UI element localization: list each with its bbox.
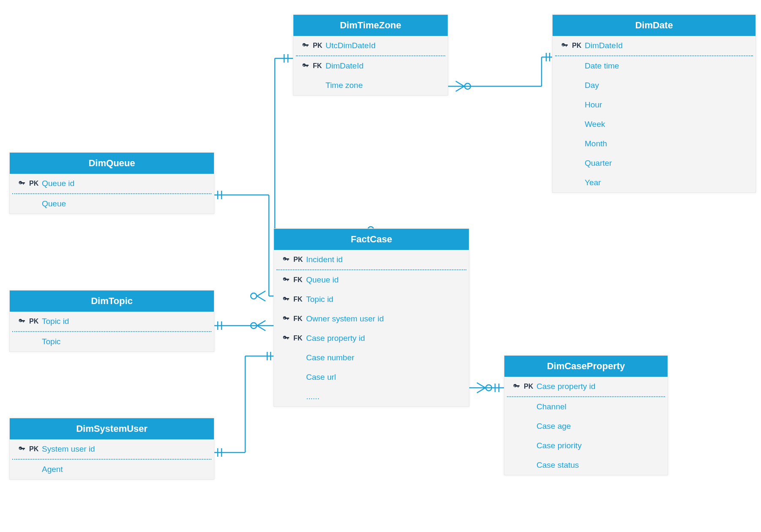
field-label: ...... [306,392,461,401]
field-label: Case property id [537,382,660,391]
field-label: Queue id [306,275,461,285]
field-row: Case status [504,455,668,475]
key-icon [17,180,27,187]
field-label: Case url [306,373,461,382]
key-icon [282,276,291,284]
entity-header: DimCaseProperty [504,356,668,377]
field-row: Hour [553,95,756,115]
field-row: FKOwner system user id [274,309,469,329]
field-label: Queue [42,199,206,208]
key-tag: PK [524,383,537,390]
key-tag: PK [313,42,326,49]
key-tag: FK [293,296,306,303]
svg-point-5 [251,293,257,299]
field-label: Owner system user id [306,314,461,324]
field-row: PKCase property id [504,377,668,396]
field-label: Topic id [306,295,461,304]
field-row: Case url [274,367,469,387]
key-icon [17,445,27,453]
key-icon [301,62,310,70]
field-row: Quarter [553,154,756,173]
field-label: Case status [537,461,660,470]
field-label: Channel [537,402,660,411]
field-row: PKQueue id [10,174,214,193]
entity-factCase: FactCasePKIncident idFKQueue idFKTopic i… [274,228,469,407]
entity-header: DimQueue [10,153,214,174]
field-label: Queue id [42,179,206,188]
field-label: Quarter [585,159,748,168]
field-label: DimDateId [585,41,748,50]
er-diagram: { "colors":{"accent":"#19a0d7","keytag":… [0,0,761,532]
key-tag: PK [293,256,306,263]
field-row: PKDimDateId [553,36,756,55]
field-label: Case property id [306,334,461,343]
key-icon [282,335,291,342]
field-row: PKIncident id [274,250,469,269]
entity-dimTopic: DimTopicPKTopic idTopic [9,290,214,352]
field-row: PKSystem user id [10,439,214,459]
entity-header: DimTopic [10,291,214,312]
field-label: Topic [42,337,206,346]
key-tag: PK [29,445,42,453]
svg-point-34 [465,83,471,89]
field-label: Hour [585,100,748,110]
entity-dimTimeZone: DimTimeZonePKUtcDimDateIdFKDimDateIdTime… [293,14,448,96]
key-tag: PK [29,318,42,325]
field-row: PKTopic id [10,312,214,331]
field-row: Case age [504,417,668,436]
field-label: Time zone [326,81,440,90]
field-label: Case number [306,353,461,362]
key-icon [282,315,291,323]
field-row: FKQueue id [274,270,469,290]
entity-dimCaseProperty: DimCasePropertyPKCase property idChannel… [504,355,668,475]
entity-dimSystemUser: DimSystemUserPKSystem user idAgent [9,418,214,480]
key-icon [282,256,291,263]
field-label: UtcDimDateId [326,41,440,50]
key-tag: FK [313,62,326,70]
field-label: System user id [42,444,206,454]
field-label: Incident id [306,255,461,264]
key-tag: FK [293,276,306,284]
key-tag: FK [293,315,306,323]
field-label: Week [585,120,748,129]
field-row: Day [553,76,756,95]
field-row: Case priority [504,436,668,455]
entity-header: DimDate [553,15,756,36]
field-row: PKUtcDimDateId [293,36,448,55]
field-label: Month [585,139,748,148]
field-label: Year [585,178,748,187]
field-row: Topic [10,332,214,351]
field-row: Month [553,134,756,154]
field-row: Year [553,173,756,192]
field-label: DimDateId [326,61,440,71]
field-row: Case number [274,348,469,367]
field-row: Channel [504,397,668,417]
field-label: Case priority [537,441,660,450]
key-tag: PK [29,180,42,187]
field-label: Agent [42,465,206,474]
key-icon [282,296,291,303]
entity-header: FactCase [274,229,469,250]
field-label: Topic id [42,317,206,326]
entity-header: DimSystemUser [10,418,214,439]
field-label: Date time [585,61,748,71]
key-icon [512,383,521,390]
key-tag: PK [572,42,585,49]
key-icon [301,42,310,49]
field-row: FKCase property id [274,329,469,348]
field-row: Queue [10,194,214,214]
svg-point-17 [251,323,257,329]
entity-dimDate: DimDatePKDimDateIdDate timeDayHourWeekMo… [552,14,756,193]
entity-dimQueue: DimQueuePKQueue idQueue [9,152,214,214]
svg-point-28 [486,385,492,391]
field-row: Date time [553,56,756,76]
field-row: FKTopic id [274,290,469,309]
field-row: Agent [10,460,214,479]
field-label: Day [585,81,748,90]
field-row: FKDimDateId [293,56,448,76]
entity-header: DimTimeZone [293,15,448,36]
field-row: Time zone [293,76,448,95]
field-row: ...... [274,387,469,406]
key-tag: FK [293,335,306,342]
key-icon [17,318,27,325]
